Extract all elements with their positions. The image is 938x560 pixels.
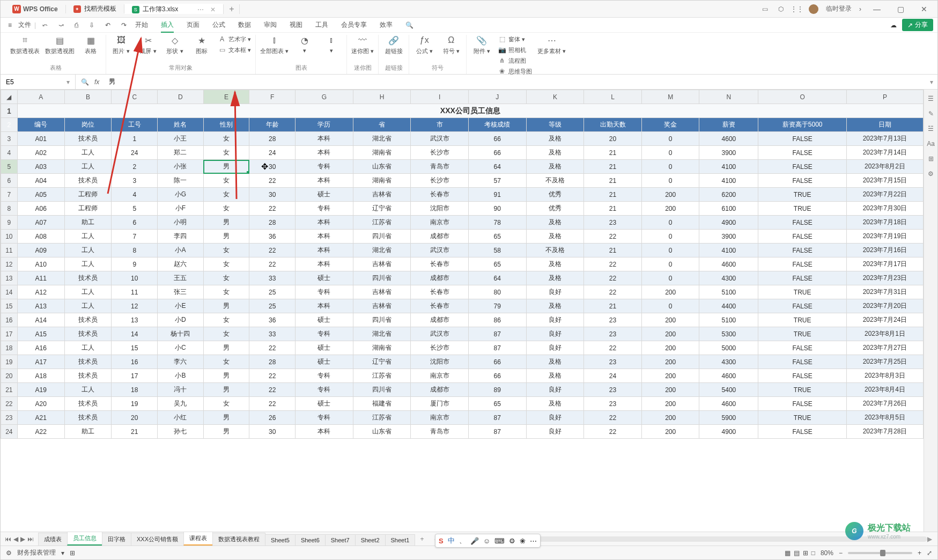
cell-L11[interactable]: 21	[584, 244, 642, 257]
cell-B11[interactable]: 工人	[64, 244, 112, 257]
ime-item-4[interactable]: ☺	[483, 537, 490, 545]
cell-M17[interactable]: 200	[641, 327, 699, 341]
cell-E22[interactable]: 女	[203, 397, 249, 411]
cell-I21[interactable]: 成都市	[411, 383, 469, 397]
cell-P20[interactable]: 2023年8月3日	[847, 369, 924, 383]
cell-K6[interactable]: 不及格	[526, 174, 584, 188]
cell-D11[interactable]: 小A	[158, 244, 204, 257]
ribbon-公式 ▾[interactable]: ƒx公式 ▾	[413, 35, 435, 55]
cell-J16[interactable]: 86	[468, 313, 526, 327]
cell-J14[interactable]: 80	[468, 285, 526, 299]
cell-H10[interactable]: 四川省	[353, 230, 411, 244]
cell-M21[interactable]: 200	[641, 383, 699, 397]
cell-C22[interactable]: 19	[112, 397, 158, 411]
cell-C8[interactable]: 5	[112, 202, 158, 216]
cell-O22[interactable]: FALSE	[758, 397, 847, 411]
menu-tab-公式[interactable]: 公式	[212, 20, 225, 30]
cell-M16[interactable]: 200	[641, 313, 699, 327]
cell-L20[interactable]: 24	[584, 369, 642, 383]
ime-item-3[interactable]: 🎤	[470, 537, 479, 545]
cell-A9[interactable]: A07	[17, 216, 64, 230]
cell-A14[interactable]: A12	[17, 285, 64, 299]
cell-I10[interactable]: 成都市	[411, 230, 469, 244]
cell-E23[interactable]: 男	[203, 411, 249, 425]
cell-J18[interactable]: 87	[468, 341, 526, 355]
cell-J4[interactable]: 66	[468, 146, 526, 160]
cell-O23[interactable]: TRUE	[758, 411, 847, 425]
cell-L8[interactable]: 21	[584, 202, 642, 216]
cell-P6[interactable]: 2023年7月15日	[847, 174, 924, 188]
cell-J23[interactable]: 87	[468, 411, 526, 425]
cell-O17[interactable]: TRUE	[758, 327, 847, 341]
cell-L14[interactable]: 22	[584, 285, 642, 299]
cell-P13[interactable]: 2023年7月23日	[847, 271, 924, 285]
cell-L10[interactable]: 22	[584, 230, 642, 244]
row-header-20[interactable]: 20	[1, 369, 18, 383]
cell-G24[interactable]: 本科	[296, 425, 353, 439]
row-header-6[interactable]: 6	[1, 174, 18, 188]
view-mode-icon-2[interactable]: ⊞	[803, 549, 808, 557]
sheet-nav-prev[interactable]: ◀	[13, 535, 18, 543]
cell-K15[interactable]: 及格	[526, 299, 584, 313]
cell-M9[interactable]: 0	[641, 216, 699, 230]
cell-O16[interactable]: TRUE	[758, 313, 847, 327]
sheet-nav-next[interactable]: ▶	[20, 535, 25, 543]
cell-H21[interactable]: 四川省	[353, 383, 411, 397]
cell-O10[interactable]: FALSE	[758, 230, 847, 244]
cell-O6[interactable]: FALSE	[758, 174, 847, 188]
cell-F18[interactable]: 22	[249, 341, 296, 355]
cell-I11[interactable]: 武汉市	[411, 244, 469, 257]
menu-file[interactable]: 文件	[15, 20, 34, 30]
row-header-1[interactable]: 1	[1, 104, 18, 118]
cell-A3[interactable]: A01	[17, 132, 64, 146]
cell-O3[interactable]: FALSE	[758, 132, 847, 146]
sheet-tab-Sheet6[interactable]: Sheet6	[295, 534, 326, 546]
cell-C13[interactable]: 10	[112, 271, 158, 285]
cell-K7[interactable]: 优秀	[526, 188, 584, 202]
cell-D3[interactable]: 小王	[158, 132, 204, 146]
column-header-cell[interactable]: 考核成绩	[468, 118, 526, 132]
cell-D14[interactable]: 张三	[158, 285, 204, 299]
qat-icon-4[interactable]: ↶	[102, 21, 114, 29]
cell-N22[interactable]: 4600	[699, 397, 758, 411]
sheet-tab-田字格[interactable]: 田字格	[102, 533, 131, 546]
menu-tab-插入[interactable]: 插入	[161, 20, 174, 30]
menu-tab-页面[interactable]: 页面	[187, 20, 200, 30]
cell-L17[interactable]: 23	[584, 327, 642, 341]
cell-B6[interactable]: 技术员	[64, 174, 112, 188]
column-header-cell[interactable]: 学历	[296, 118, 353, 132]
cell-B12[interactable]: 工人	[64, 257, 112, 271]
cell-F4[interactable]: 24	[249, 146, 296, 160]
cell-M6[interactable]: 0	[641, 174, 699, 188]
view-mode-icon-3[interactable]: □	[811, 549, 815, 557]
cell-B21[interactable]: 工人	[64, 383, 112, 397]
cell-L23[interactable]: 22	[584, 411, 642, 425]
ribbon-图片 ▾[interactable]: 🖼图片 ▾	[110, 35, 132, 55]
ribbon-更多素材 ▾[interactable]: ⋯更多素材 ▾	[537, 35, 566, 55]
ribbon-形状 ▾[interactable]: ◇形状 ▾	[164, 35, 186, 55]
cell-C4[interactable]: 24	[112, 146, 158, 160]
column-header-cell[interactable]: 市	[411, 118, 469, 132]
cell-O8[interactable]: TRUE	[758, 202, 847, 216]
cell-L13[interactable]: 22	[584, 271, 642, 285]
status-mode-caret[interactable]: ▾	[61, 549, 64, 557]
cell-J6[interactable]: 57	[468, 174, 526, 188]
ime-item-2[interactable]: 、	[459, 536, 466, 546]
cell-E24[interactable]: 男	[203, 425, 249, 439]
cell-C10[interactable]: 7	[112, 230, 158, 244]
cell-C21[interactable]: 18	[112, 383, 158, 397]
ribbon-数据透视表[interactable]: ⌗数据透视表	[10, 35, 40, 55]
cell-D18[interactable]: 小C	[158, 341, 204, 355]
cell-N23[interactable]: 5900	[699, 411, 758, 425]
cell-H20[interactable]: 江苏省	[353, 369, 411, 383]
cell-P12[interactable]: 2023年7月17日	[847, 257, 924, 271]
cell-E16[interactable]: 女	[203, 313, 249, 327]
cell-H17[interactable]: 湖北省	[353, 327, 411, 341]
tab-close-icon[interactable]: ✕	[210, 6, 216, 13]
row-header-4[interactable]: 4	[1, 146, 18, 160]
cell-A13[interactable]: A11	[17, 271, 64, 285]
cell-C14[interactable]: 11	[112, 285, 158, 299]
cell-M11[interactable]: 0	[641, 244, 699, 257]
menu-tab-工具[interactable]: 工具	[315, 20, 328, 30]
col-header-K[interactable]: K	[526, 90, 584, 104]
